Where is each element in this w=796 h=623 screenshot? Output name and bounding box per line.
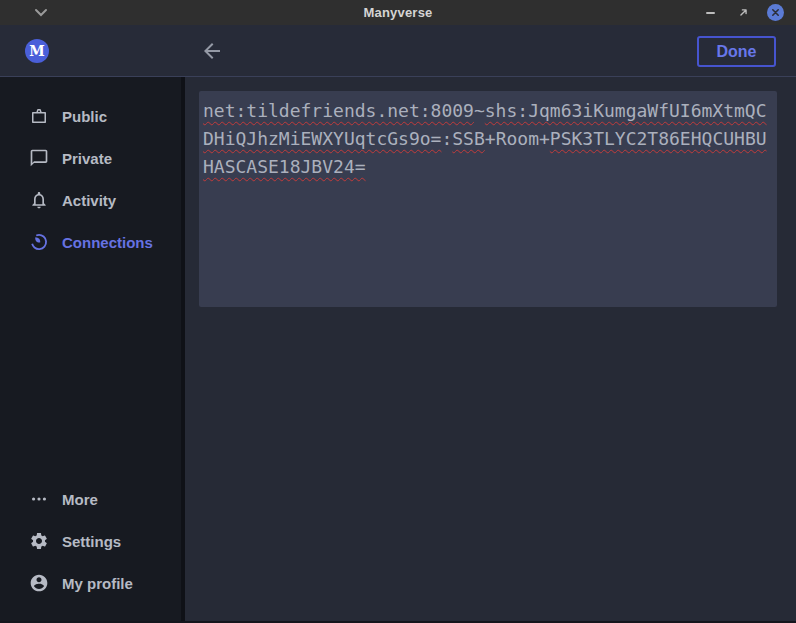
- settings-icon: [29, 531, 49, 551]
- close-icon: [771, 8, 780, 17]
- close-button[interactable]: [767, 4, 784, 21]
- sidebar-top-group: Public Private Activity: [0, 77, 181, 263]
- sidebar-item-label: Public: [62, 108, 107, 125]
- invite-text-segment: Room: [496, 128, 539, 149]
- invite-text-segment: SSB: [452, 128, 485, 149]
- more-icon: [29, 489, 49, 509]
- sidebar-item-activity[interactable]: Activity: [0, 179, 181, 221]
- minimize-button[interactable]: [701, 4, 719, 22]
- sidebar-item-label: Private: [62, 150, 112, 167]
- sidebar-item-connections[interactable]: Connections: [0, 221, 181, 263]
- sidebar-item-more[interactable]: More: [0, 478, 181, 520]
- sidebar: Public Private Activity: [0, 77, 185, 623]
- arrow-back-icon: [200, 39, 224, 63]
- window-controls: [701, 0, 784, 25]
- back-button[interactable]: [200, 39, 224, 63]
- sidebar-item-public[interactable]: Public: [0, 95, 181, 137]
- invite-text-segment: ~: [474, 100, 485, 121]
- connections-icon: [29, 232, 49, 252]
- invite-text-segment: +: [485, 128, 496, 149]
- done-button[interactable]: Done: [697, 36, 776, 67]
- sidebar-item-settings[interactable]: Settings: [0, 520, 181, 562]
- sidebar-item-label: Settings: [62, 533, 121, 550]
- public-icon: [29, 106, 49, 126]
- restore-icon: [738, 7, 749, 18]
- manyverse-window: Manyverse M Done: [0, 0, 796, 623]
- titlebar: Manyverse: [0, 0, 796, 25]
- content-area: net:tildefriends.net:8009~shs:Jqm63iKumg…: [185, 77, 796, 623]
- restore-button[interactable]: [734, 4, 752, 22]
- invite-text-segment: :: [441, 128, 452, 149]
- app-body: Public Private Activity: [0, 77, 796, 623]
- sidebar-item-label: My profile: [62, 575, 133, 592]
- sidebar-item-label: Connections: [62, 234, 153, 251]
- window-title: Manyverse: [0, 5, 796, 20]
- app-header: M Done: [0, 25, 796, 77]
- sidebar-bottom-group: More Settings My profile: [0, 478, 181, 604]
- my-profile-icon: [29, 573, 49, 593]
- sidebar-item-label: More: [62, 491, 98, 508]
- sidebar-item-my-profile[interactable]: My profile: [0, 562, 181, 604]
- sidebar-item-private[interactable]: Private: [0, 137, 181, 179]
- private-icon: [29, 148, 49, 168]
- invite-textarea[interactable]: net:tildefriends.net:8009~shs:Jqm63iKumg…: [199, 91, 777, 307]
- sidebar-item-label: Activity: [62, 192, 116, 209]
- activity-icon: [29, 190, 49, 210]
- invite-text-segment: +: [539, 128, 550, 149]
- minimize-icon: [706, 12, 715, 14]
- titlebar-menu-chevron-icon[interactable]: [34, 8, 48, 17]
- invite-text-segment: net:tildefriends.net:8009: [203, 100, 474, 121]
- manyverse-logo: M: [25, 39, 49, 63]
